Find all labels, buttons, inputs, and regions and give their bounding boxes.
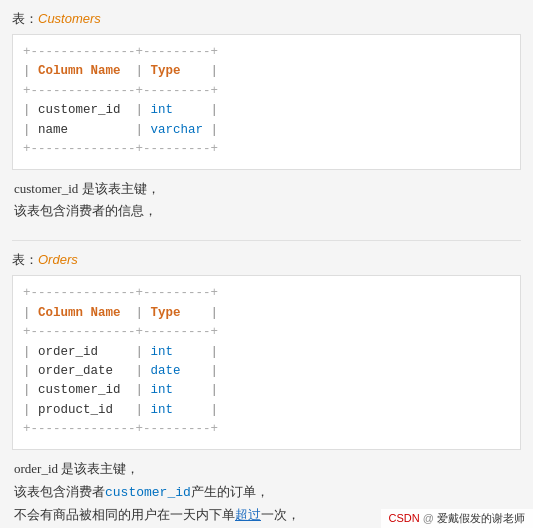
footer-author: 爱戴假发的谢老师 xyxy=(437,512,525,524)
customers-table-name: Customers xyxy=(38,11,101,26)
orders-border-top: +--------------+---------+ xyxy=(23,286,218,300)
orders-table-name: Orders xyxy=(38,252,78,267)
customers-label: 表：Customers xyxy=(12,10,521,28)
page-wrapper: 表：Customers +--------------+---------+ |… xyxy=(0,0,533,528)
customers-section: 表：Customers +--------------+---------+ |… xyxy=(12,10,521,222)
orders-row-1: | order_id | int | xyxy=(23,345,218,359)
orders-section: 表：Orders +--------------+---------+ | Co… xyxy=(12,251,521,525)
customers-row-2: | name | varchar | xyxy=(23,123,218,137)
footer-at: @ xyxy=(423,512,434,524)
orders-label: 表：Orders xyxy=(12,251,521,269)
footer-bar: CSDN @ 爱戴假发的谢老师 xyxy=(381,509,533,528)
orders-desc-line3: 不会有商品被相同的用户在一天内下单超过一次， xyxy=(14,507,300,522)
orders-col-header-name: Column Name xyxy=(38,306,128,320)
orders-row-3: | customer_id | int | xyxy=(23,383,218,397)
customers-desc-line2: 该表包含消费者的信息， xyxy=(14,203,157,218)
customers-table-box: +--------------+---------+ | Column Name… xyxy=(12,34,521,170)
section-divider xyxy=(12,240,521,241)
orders-col-header-type: Type xyxy=(151,306,204,320)
label-prefix-orders: 表： xyxy=(12,252,38,267)
orders-ascii: +--------------+---------+ | Column Name… xyxy=(23,284,510,439)
customers-border-top: +--------------+---------+ xyxy=(23,45,218,59)
footer-csdn: CSDN xyxy=(389,512,420,524)
orders-desc-line1: order_id 是该表主键， xyxy=(14,461,139,476)
customers-desc: customer_id 是该表主键， 该表包含消费者的信息， xyxy=(12,178,521,222)
customers-ascii: +--------------+---------+ | Column Name… xyxy=(23,43,510,159)
orders-border-mid: +--------------+---------+ xyxy=(23,325,218,339)
orders-desc-inline-code: customer_id xyxy=(105,485,191,500)
label-prefix-customers: 表： xyxy=(12,11,38,26)
customers-row-1: | customer_id | int | xyxy=(23,103,218,117)
orders-desc-line2: 该表包含消费者customer_id产生的订单， xyxy=(14,484,269,499)
orders-row-4: | product_id | int | xyxy=(23,403,218,417)
customers-col-header-name: Column Name xyxy=(38,64,128,78)
orders-row-2: | order_date | date | xyxy=(23,364,218,378)
orders-table-box: +--------------+---------+ | Column Name… xyxy=(12,275,521,450)
orders-desc-link[interactable]: 超过 xyxy=(235,507,261,522)
customers-border-mid: +--------------+---------+ xyxy=(23,84,218,98)
orders-border-bot: +--------------+---------+ xyxy=(23,422,218,436)
customers-border-bot: +--------------+---------+ xyxy=(23,142,218,156)
customers-col-header-type: Type xyxy=(151,64,204,78)
customers-desc-line1: customer_id 是该表主键， xyxy=(14,181,160,196)
